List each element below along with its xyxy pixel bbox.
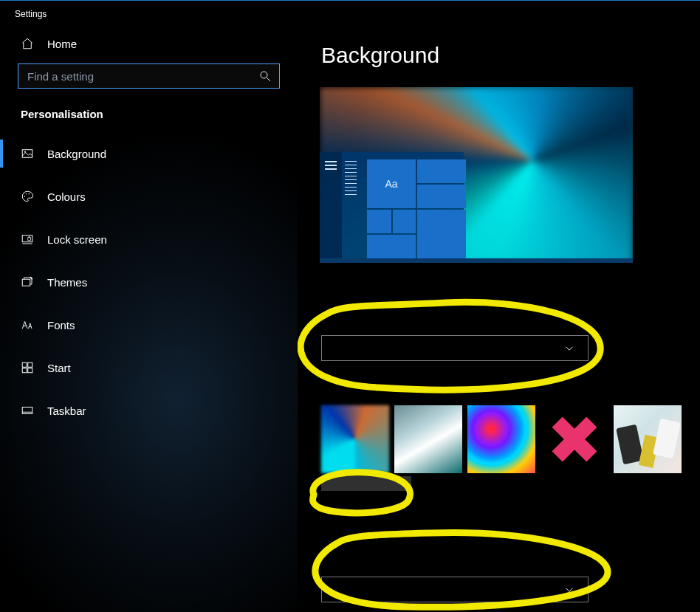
svg-rect-13 (22, 408, 32, 414)
sidebar-item-label: Taskbar (47, 405, 86, 417)
picture-thumbnail[interactable] (467, 405, 535, 473)
lock-screen-icon (21, 233, 34, 246)
sidebar-item-background[interactable]: Background (0, 132, 298, 175)
picture-thumbnail[interactable] (321, 405, 389, 473)
sidebar-item-label: Background (47, 148, 106, 160)
picture-thumbnail[interactable] (394, 405, 462, 473)
taskbar-icon (21, 404, 34, 417)
themes-icon (21, 275, 34, 289)
window-title: Settings (0, 0, 298, 19)
picture-thumbnail[interactable] (541, 405, 608, 473)
svg-point-3 (24, 196, 26, 197)
home-icon (21, 37, 34, 50)
sidebar-item-start[interactable]: Start (0, 346, 298, 389)
page-title: Background (320, 0, 700, 87)
palette-icon (21, 190, 34, 203)
search-input[interactable] (18, 63, 280, 89)
fit-dropdown[interactable] (321, 577, 589, 602)
svg-rect-7 (28, 238, 31, 241)
home-button[interactable]: Home (0, 19, 298, 63)
search-field[interactable] (26, 69, 258, 83)
preview-sample-text-tile: Aa (367, 159, 416, 208)
svg-rect-8 (22, 279, 30, 286)
preview-start-menu: Aa (320, 152, 464, 263)
sidebar-item-label: Colours (47, 190, 86, 203)
start-icon (21, 361, 34, 374)
sidebar-item-lock-screen[interactable]: Lock screen (0, 218, 298, 261)
svg-rect-1 (22, 150, 32, 158)
sidebar-item-fonts[interactable]: Fonts (0, 303, 298, 346)
preview-taskbar (320, 258, 633, 263)
home-label: Home (47, 38, 77, 50)
svg-rect-9 (22, 362, 27, 367)
picture-thumbnail[interactable] (614, 405, 682, 473)
picture-icon (21, 147, 34, 160)
svg-point-4 (26, 193, 27, 195)
search-icon (258, 69, 272, 83)
chevron-down-icon (563, 583, 576, 596)
sidebar-item-label: Fonts (47, 319, 75, 331)
svg-rect-12 (28, 368, 32, 373)
sidebar-item-label: Start (47, 362, 71, 374)
svg-point-0 (261, 72, 267, 78)
sidebar-item-taskbar[interactable]: Taskbar (0, 389, 298, 432)
svg-point-2 (24, 151, 26, 153)
sidebar: Settings Home Personalisation Background (0, 0, 298, 612)
sidebar-item-label: Themes (47, 276, 87, 289)
main-content: Background Aa (298, 0, 700, 612)
svg-rect-10 (28, 362, 32, 367)
fonts-icon (21, 318, 34, 331)
sidebar-nav: Background Colours Lock screen Themes (0, 132, 298, 432)
svg-rect-11 (22, 368, 27, 373)
sidebar-item-colours[interactable]: Colours (0, 175, 298, 218)
chevron-down-icon (563, 342, 576, 355)
sidebar-item-label: Lock screen (47, 233, 107, 246)
background-type-dropdown[interactable] (321, 335, 589, 361)
category-heading: Personalisation (0, 105, 298, 132)
sidebar-item-themes[interactable]: Themes (0, 261, 298, 303)
picture-thumbnails (321, 405, 700, 473)
svg-point-5 (29, 193, 30, 195)
background-preview: Aa (320, 87, 633, 263)
browse-button[interactable] (321, 476, 411, 491)
